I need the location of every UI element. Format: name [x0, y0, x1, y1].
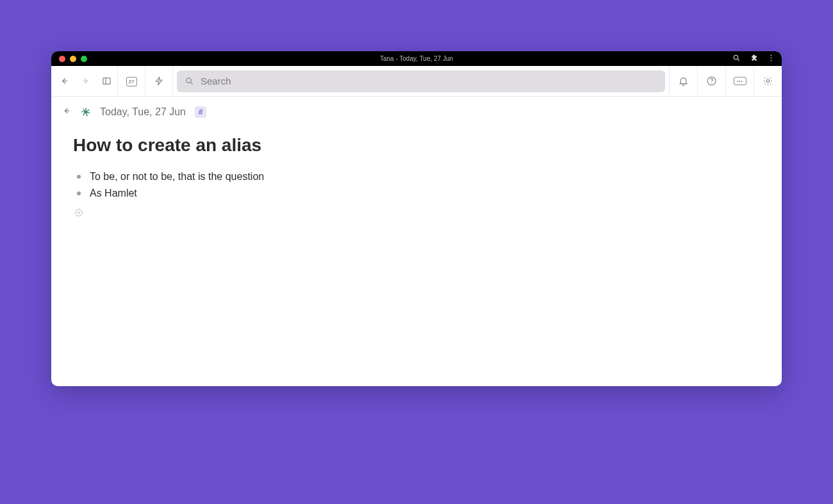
help-button[interactable]: [697, 66, 725, 96]
notifications-button[interactable]: [669, 66, 697, 96]
search-input[interactable]: Search: [177, 70, 665, 92]
add-node-button[interactable]: [74, 208, 83, 217]
tana-logo-icon[interactable]: [81, 107, 91, 117]
tag-badge[interactable]: #: [195, 106, 206, 118]
bullet-icon: [77, 175, 81, 179]
svg-line-1: [738, 59, 739, 61]
help-icon: [706, 76, 717, 86]
lightning-icon: [154, 76, 165, 86]
bullet-list: To be, or not to be, that is the questio…: [73, 168, 760, 202]
gear-icon: [763, 76, 773, 86]
calendar-icon: 27: [126, 76, 137, 86]
breadcrumb-back-button[interactable]: [62, 106, 72, 118]
svg-point-12: [711, 83, 712, 83]
calendar-button[interactable]: 27: [118, 66, 145, 96]
quick-action-button[interactable]: [145, 66, 172, 96]
traffic-lights: [51, 56, 87, 62]
toolbar: 27 Search •••: [51, 66, 782, 97]
app-window: Tana - Today, Tue, 27 Jun: [51, 51, 782, 386]
titlebar-right: [732, 53, 775, 65]
close-window-button[interactable]: [59, 56, 65, 62]
svg-point-2: [771, 54, 772, 56]
breadcrumb-text[interactable]: Today, Tue, 27 Jun: [100, 106, 186, 118]
list-item[interactable]: As Hamlet: [73, 185, 760, 202]
keyboard-shortcuts-button[interactable]: •••: [725, 66, 754, 96]
nav-forward-button[interactable]: [75, 66, 96, 96]
svg-point-13: [766, 79, 769, 82]
list-item-text: To be, or not to be, that is the questio…: [90, 171, 264, 183]
breadcrumb: Today, Tue, 27 Jun #: [51, 97, 782, 124]
svg-point-0: [734, 55, 738, 60]
list-item[interactable]: To be, or not to be, that is the questio…: [73, 168, 760, 185]
keyboard-icon: •••: [734, 77, 746, 85]
sidebar-toggle-button[interactable]: [96, 66, 117, 96]
minimize-window-button[interactable]: [70, 56, 76, 62]
list-item-text: As Hamlet: [90, 188, 137, 199]
search-icon: [185, 76, 194, 86]
svg-point-9: [186, 78, 192, 83]
svg-point-4: [771, 60, 772, 61]
search-placeholder: Search: [201, 76, 231, 86]
svg-line-19: [83, 112, 86, 115]
svg-point-3: [771, 57, 772, 58]
svg-rect-7: [103, 78, 110, 85]
nav-back-button[interactable]: [54, 66, 75, 96]
window-title: Tana - Today, Tue, 27 Jun: [380, 55, 453, 62]
search-icon[interactable]: [732, 53, 741, 65]
svg-line-10: [190, 82, 192, 84]
more-icon[interactable]: [767, 53, 775, 65]
settings-button[interactable]: [754, 66, 782, 96]
bullet-icon: [77, 191, 81, 195]
content: How to create an alias To be, or not to …: [51, 124, 782, 386]
bell-icon: [678, 76, 689, 86]
maximize-window-button[interactable]: [81, 56, 87, 62]
page-title[interactable]: How to create an alias: [73, 135, 760, 156]
extension-icon[interactable]: [750, 53, 758, 65]
plus-circle-icon: [74, 208, 83, 217]
titlebar: Tana - Today, Tue, 27 Jun: [51, 51, 782, 66]
